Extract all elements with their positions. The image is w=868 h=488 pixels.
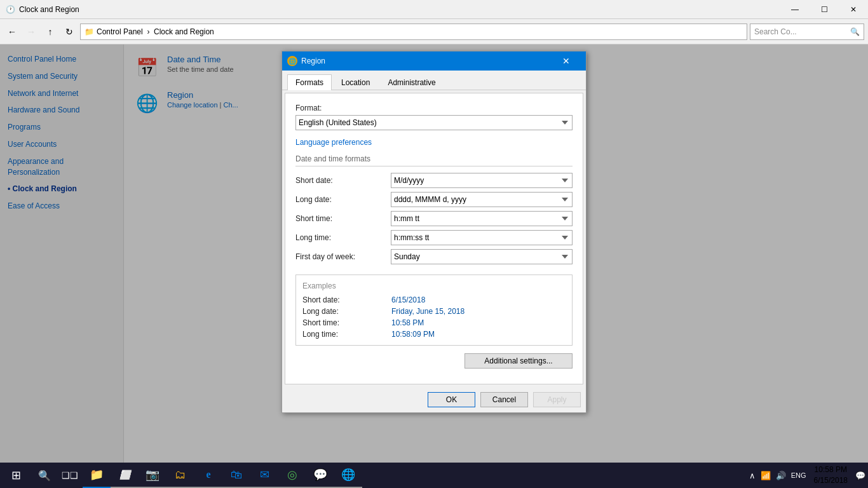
task-view-button[interactable]: ❑❑	[57, 463, 83, 488]
address-bar: ← → ↑ ↻ 📁 Control Panel › Clock and Regi…	[0, 19, 868, 44]
taskbar-app-edge[interactable]: e	[194, 463, 222, 488]
address-text: Control Panel › Clock and Region	[97, 27, 214, 36]
first-day-select[interactable]: Sunday Monday	[391, 249, 573, 264]
ex-long-time-label: Long time:	[302, 330, 385, 339]
search-box[interactable]: Search Co... 🔍	[750, 24, 864, 40]
examples-title: Examples	[302, 281, 566, 290]
ex-short-date-value: 6/15/2018	[391, 295, 566, 304]
long-date-select[interactable]: dddd, MMMM d, yyyy	[391, 192, 573, 207]
title-bar: 🕐 Clock and Region — ☐ ✕	[0, 0, 868, 19]
long-time-select[interactable]: h:mm:ss tt	[391, 230, 573, 245]
taskbar: ⊞ 🔍 ❑❑ 📁 ⬜ 📷 🗂 e 🛍 ✉ ◎ 💬 🌐 ∧ 📶 🔊 ENG 10:…	[0, 463, 868, 488]
tab-formats[interactable]: Formats	[287, 74, 332, 90]
back-button[interactable]: ←	[4, 24, 20, 40]
taskbar-app-store[interactable]: 🛍	[222, 463, 250, 488]
refresh-button[interactable]: ↻	[61, 24, 78, 40]
minimize-button[interactable]: —	[780, 0, 810, 19]
dialog-content: Format: English (United States) English …	[285, 93, 583, 384]
long-time-label: Long time:	[295, 233, 384, 242]
ex-short-time-value: 10:58 PM	[391, 318, 566, 327]
dialog-overlay: 🌐 Region ✕ Formats Location Administrati…	[0, 44, 868, 463]
window-controls: — ☐ ✕	[780, 0, 868, 19]
apply-button[interactable]: Apply	[533, 392, 581, 407]
examples-grid: Short date: 6/15/2018 Long date: Friday,…	[302, 295, 566, 339]
language-preferences-link[interactable]: Language preferences	[295, 138, 573, 147]
tray-volume-icon[interactable]: 🔊	[773, 463, 789, 488]
tray-lang-label[interactable]: ENG	[789, 463, 809, 488]
window-icon: 🕐	[5, 4, 15, 15]
tray-time: 10:58 PM	[815, 464, 847, 475]
window-title: Clock and Region	[19, 5, 863, 14]
dialog-titlebar: 🌐 Region ✕	[282, 51, 586, 71]
address-path-icon: 📁	[85, 27, 94, 36]
dialog-footer: OK Cancel Apply	[282, 387, 586, 412]
examples-section: Examples Short date: 6/15/2018 Long date…	[295, 274, 573, 346]
maximize-button[interactable]: ☐	[810, 0, 839, 19]
section-title: Date and time formats	[295, 154, 573, 166]
ex-long-time-value: 10:58:09 PM	[391, 330, 566, 339]
dialog-title-icon: 🌐	[287, 56, 297, 66]
ex-long-date-value: Friday, June 15, 2018	[391, 307, 566, 316]
taskbar-search-button[interactable]: 🔍	[32, 463, 57, 488]
short-time-select[interactable]: h:mm tt	[391, 211, 573, 226]
tab-location[interactable]: Location	[333, 74, 378, 90]
tray-hide-icon[interactable]: ∧	[747, 463, 758, 488]
short-date-label: Short date:	[295, 176, 384, 185]
taskbar-app-taskmanager[interactable]: ⬜	[111, 463, 139, 488]
region-dialog: 🌐 Region ✕ Formats Location Administrati…	[281, 51, 587, 413]
taskbar-app-explorer[interactable]: 📁	[83, 463, 111, 488]
short-date-select[interactable]: M/d/yyyy	[391, 173, 573, 188]
ex-short-date-label: Short date:	[302, 295, 385, 304]
taskbar-app-camera[interactable]: 📷	[139, 463, 166, 488]
taskbar-app-chrome[interactable]: ◎	[278, 463, 306, 488]
datetime-fields: Short date: M/d/yyyy Long date: dddd, MM…	[295, 173, 573, 264]
taskbar-app-mail[interactable]: ✉	[250, 463, 278, 488]
ok-button[interactable]: OK	[428, 392, 475, 407]
up-button[interactable]: ↑	[42, 24, 58, 40]
short-time-label: Short time:	[295, 214, 384, 223]
address-path[interactable]: 📁 Control Panel › Clock and Region	[80, 24, 747, 40]
tray-date: 6/15/2018	[814, 475, 848, 486]
format-select[interactable]: English (United States) English (United …	[295, 115, 573, 130]
additional-settings-button[interactable]: Additional settings...	[465, 353, 573, 369]
tray-clock[interactable]: 10:58 PM 6/15/2018	[809, 463, 853, 488]
taskbar-app-explorer2[interactable]: 🗂	[166, 463, 194, 488]
format-row: Format: English (United States) English …	[295, 104, 573, 130]
forward-button[interactable]: →	[23, 24, 39, 40]
search-icon: 🔍	[850, 27, 860, 36]
dialog-title: Region	[301, 57, 552, 65]
ex-long-date-label: Long date:	[302, 307, 385, 316]
tab-administrative[interactable]: Administrative	[379, 74, 444, 90]
long-date-label: Long date:	[295, 195, 384, 204]
start-button[interactable]: ⊞	[0, 463, 32, 488]
cancel-button[interactable]: Cancel	[480, 392, 528, 407]
taskbar-app-msg[interactable]: 💬	[306, 463, 334, 488]
tab-bar: Formats Location Administrative	[282, 71, 586, 90]
tray-notification-icon[interactable]: 💬	[853, 463, 868, 488]
tray-network-icon[interactable]: 📶	[758, 463, 773, 488]
ex-short-time-label: Short time:	[302, 318, 385, 327]
format-label: Format:	[295, 104, 573, 112]
search-placeholder: Search Co...	[754, 27, 797, 36]
first-day-label: First day of week:	[295, 252, 384, 261]
close-button[interactable]: ✕	[839, 0, 868, 19]
taskbar-app-globe[interactable]: 🌐	[334, 463, 362, 488]
dialog-close-button[interactable]: ✕	[552, 51, 581, 71]
